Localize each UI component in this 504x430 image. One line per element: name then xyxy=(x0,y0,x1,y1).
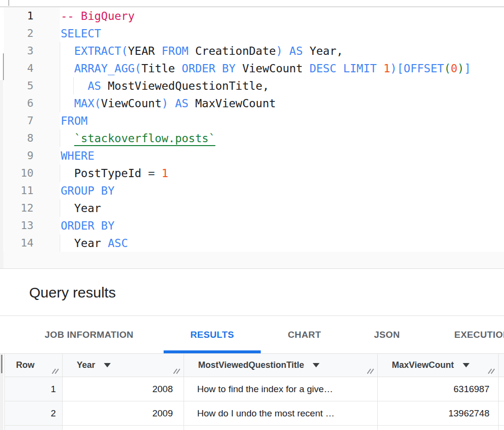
token-kw: FROM xyxy=(155,45,188,57)
token-p1: ] xyxy=(464,62,471,75)
tab-label: JSON xyxy=(374,330,400,340)
code-line[interactable]: 10 PostTypeId = 1 xyxy=(0,165,504,182)
sort-dropdown-icon[interactable] xyxy=(104,363,111,367)
results-scrollbar-thumb[interactable] xyxy=(1,355,2,373)
bigquery-console: 1-- BigQuery2SELECT3 EXTRACT(YEAR FROM C… xyxy=(0,0,504,430)
token-p1: ) xyxy=(162,97,168,110)
results-table: RowYearMostViewedQuestionTitleMaxViewCou… xyxy=(4,354,504,430)
code-line[interactable]: 2SELECT xyxy=(0,25,504,42)
column-header-label: MaxViewCount xyxy=(392,360,454,370)
token-num: 1 xyxy=(155,167,168,180)
token-id: Title xyxy=(141,62,175,75)
code-text: GROUP BY xyxy=(61,182,115,199)
token-kw: LIMIT xyxy=(336,62,377,75)
table-row-partial xyxy=(5,426,504,430)
header-sliver xyxy=(499,354,504,377)
code-text: WHERE xyxy=(61,147,94,165)
sort-dropdown-icon[interactable] xyxy=(463,363,470,367)
pane-divider-tick xyxy=(8,0,9,6)
tab-label: RESULTS xyxy=(190,330,234,340)
line-number: 14 xyxy=(0,234,34,252)
line-number: 7 xyxy=(0,112,34,130)
token-p1: ( xyxy=(121,45,128,57)
code-line[interactable]: 13ORDER BY xyxy=(0,217,504,234)
line-number: 3 xyxy=(0,42,34,60)
cell-value: 2009 xyxy=(152,408,173,419)
token-kw: MAX xyxy=(74,97,95,110)
column-header-maxviewcount[interactable]: MaxViewCount xyxy=(378,354,499,377)
code-text: -- BigQuery xyxy=(61,7,134,25)
column-resize-handle[interactable] xyxy=(367,368,375,374)
tab-job-information[interactable]: JOB INFORMATION xyxy=(15,316,164,353)
token-tbl: `stackoverflow.posts` xyxy=(74,132,216,145)
year-cell: 2008 xyxy=(63,377,184,401)
line-number: 13 xyxy=(0,217,34,234)
cell-value: 2008 xyxy=(152,384,173,395)
line-number: 9 xyxy=(0,147,34,165)
token-kw: AS xyxy=(87,80,101,92)
partial-cell xyxy=(63,426,184,430)
token-op: = xyxy=(148,167,155,180)
token-p1: )[ xyxy=(390,62,404,75)
column-header-row[interactable]: Row xyxy=(5,354,63,377)
title-cell: How do I undo the most recent … xyxy=(184,401,378,425)
code-line[interactable]: 4 ARRAY_AGG(Title ORDER BY ViewCount DES… xyxy=(0,60,504,77)
token-id: MostViewedQuestionTitle, xyxy=(101,80,269,92)
row-sliver xyxy=(499,426,504,430)
indent-guide xyxy=(60,60,60,77)
left-panel-scrollbar-track[interactable] xyxy=(0,80,3,268)
tab-execution-details[interactable]: EXECUTION DETAILS xyxy=(426,316,504,353)
token-num: 0 xyxy=(451,62,457,75)
line-number: 12 xyxy=(0,199,34,217)
indent-guide xyxy=(60,199,60,217)
indent-guide xyxy=(60,234,60,252)
token-id: YEAR xyxy=(128,45,155,57)
code-text: `stackoverflow.posts` xyxy=(61,130,216,147)
code-text: SELECT xyxy=(61,25,101,42)
token-kw: ASC xyxy=(101,237,128,249)
code-line[interactable]: 8 `stackoverflow.posts` xyxy=(0,130,504,147)
code-line[interactable]: 11GROUP BY xyxy=(0,182,504,199)
row-sliver xyxy=(499,401,504,425)
token-num: 1 xyxy=(377,62,390,75)
tab-label: EXECUTION DETAILS xyxy=(454,330,504,340)
token-id xyxy=(61,45,74,57)
code-text: FROM xyxy=(61,112,87,130)
token-id: Year, xyxy=(303,45,343,57)
tab-results[interactable]: RESULTS xyxy=(164,316,261,353)
column-resize-handle[interactable] xyxy=(173,368,181,374)
code-line[interactable]: 9WHERE xyxy=(0,147,504,165)
token-kw: ORDER BY xyxy=(61,219,115,232)
code-line[interactable]: 12 Year xyxy=(0,199,504,217)
code-line[interactable]: 6 MAX(ViewCount) AS MaxViewCount xyxy=(0,95,504,112)
code-line[interactable]: 3 EXTRACT(YEAR FROM CreationDate) AS Yea… xyxy=(0,42,504,60)
code-line[interactable]: 1-- BigQuery xyxy=(0,7,504,25)
token-id: Year xyxy=(61,237,101,249)
token-id: PostTypeId xyxy=(61,167,148,180)
token-kw: WHERE xyxy=(61,149,94,162)
tab-json[interactable]: JSON xyxy=(348,316,426,353)
code-line[interactable]: 5 AS MostViewedQuestionTitle, xyxy=(0,77,504,95)
code-text: Year ASC xyxy=(61,234,128,252)
token-kw: ORDER BY xyxy=(175,62,235,75)
indent-guide xyxy=(60,77,60,95)
code-text: Year xyxy=(61,199,101,217)
line-number: 10 xyxy=(0,165,34,182)
column-header-mostviewedquestiontitle[interactable]: MostViewedQuestionTitle xyxy=(184,354,378,377)
code-line[interactable]: 14 Year ASC xyxy=(0,234,504,252)
token-kw: OFFSET xyxy=(403,62,444,75)
sql-editor[interactable]: 1-- BigQuery2SELECT3 EXTRACT(YEAR FROM C… xyxy=(0,7,504,268)
code-line[interactable]: 7FROM xyxy=(0,112,504,130)
column-resize-handle[interactable] xyxy=(487,368,496,374)
column-header-year[interactable]: Year xyxy=(63,354,184,377)
tab-label: CHART xyxy=(288,330,321,340)
code-lines: 1-- BigQuery2SELECT3 EXTRACT(YEAR FROM C… xyxy=(0,7,504,252)
sort-dropdown-icon[interactable] xyxy=(313,363,319,367)
left-panel-scrollbar-thumb[interactable] xyxy=(3,53,4,80)
indent-guide xyxy=(60,165,60,182)
column-header-label: Year xyxy=(77,360,95,370)
tab-chart[interactable]: CHART xyxy=(261,316,348,353)
column-resize-handle[interactable] xyxy=(51,368,60,374)
token-kw: EXTRACT xyxy=(74,45,121,57)
line-number: 1 xyxy=(0,7,34,25)
